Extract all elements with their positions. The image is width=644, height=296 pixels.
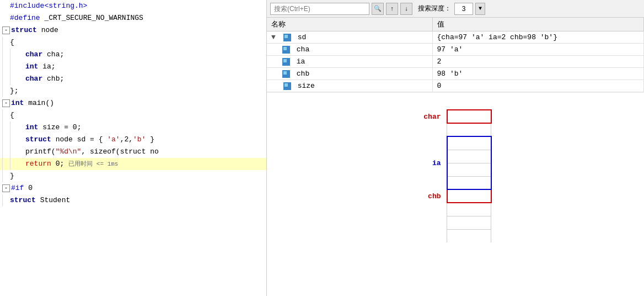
code-text: { — [10, 36, 14, 49]
table-row[interactable]: chb 98 'b' — [267, 68, 644, 80]
code-line: struct node sd = { 'a',2,'b' } — [0, 134, 266, 146]
mem-cell-cha — [447, 110, 491, 123]
fold-button[interactable]: - — [2, 99, 10, 107]
search-up-btn[interactable]: ↑ — [386, 3, 398, 15]
var-icon — [282, 46, 290, 54]
search-input[interactable] — [270, 3, 369, 15]
var-value-cell: 98 'b' — [432, 68, 644, 80]
mem-label-char: char — [420, 110, 447, 123]
code-line: printf("%d\n", sizeof(struct no — [0, 146, 266, 158]
fold-button[interactable]: - — [2, 27, 10, 34]
code-line: #define _CRT_SECURE_NO_WARNINGS — [0, 12, 266, 24]
search-bar: 🔍 ↑ ↓ 搜索深度： ▼ — [267, 0, 644, 18]
code-text: } — [10, 170, 14, 182]
mem-cell-ia2 — [447, 150, 491, 163]
search-down-btn[interactable]: ↓ — [400, 3, 412, 15]
code-line: - int main() — [0, 97, 266, 109]
code-line: int ia; — [0, 61, 266, 73]
code-text: #define _CRT_SECURE_NO_WARNINGS — [10, 12, 143, 24]
mem-row-char-label: char — [420, 110, 491, 123]
var-value-cell: 2 — [432, 56, 644, 68]
var-icon — [283, 34, 291, 41]
code-line: - #if 0 — [0, 182, 266, 194]
mem-row-padding1 — [420, 123, 491, 136]
code-text: struct Student — [10, 194, 70, 207]
var-icon — [282, 70, 290, 78]
mem-row-chb-label: chb — [420, 189, 491, 203]
search-icon-btn[interactable]: 🔍 — [372, 3, 384, 15]
code-text: int ia; — [25, 61, 56, 73]
var-name: sd — [298, 33, 307, 41]
code-text: char cha; — [25, 49, 64, 61]
watch-area: 名称 值 ▼ sd {cha=97 'a' ia=2 chb=98 'b'} — [267, 18, 644, 92]
var-value-cell: 0 — [432, 80, 644, 92]
code-text: int main() — [11, 97, 54, 109]
code-text: }; — [10, 85, 19, 97]
code-lines: #include<string.h> #define _CRT_SECURE_N… — [0, 0, 266, 207]
table-row[interactable]: ▼ sd {cha=97 'a' ia=2 chb=98 'b'} — [267, 31, 644, 44]
var-name-cell: ▼ sd — [267, 31, 432, 44]
var-name-cell: size — [267, 80, 432, 92]
code-line: }; — [0, 85, 266, 97]
code-line: { — [0, 109, 266, 121]
mem-cell-pad2a — [447, 203, 491, 216]
var-name: cha — [297, 45, 309, 54]
var-value-cell: 97 'a' — [432, 44, 644, 56]
mem-label-ia: ia — [420, 136, 447, 189]
var-name: ia — [297, 57, 305, 66]
memory-visualization: char ia — [267, 92, 644, 296]
mem-cell-ia3 — [447, 163, 491, 176]
var-icon — [282, 58, 290, 66]
search-depth-input[interactable] — [454, 3, 473, 15]
col-value-header: 值 — [432, 18, 644, 31]
code-line: - struct node — [0, 24, 266, 36]
code-text: printf("%d\n", sizeof(struct no — [25, 146, 159, 158]
table-row[interactable]: size 0 — [267, 80, 644, 92]
mem-cell-chb — [447, 189, 491, 203]
code-text: return 0; — [25, 158, 64, 170]
code-text: struct node — [11, 24, 58, 36]
var-name-cell: cha — [267, 44, 432, 56]
fold-button[interactable]: - — [2, 184, 10, 192]
var-name: size — [298, 82, 315, 90]
mem-row-padding2c — [420, 229, 491, 242]
var-name-cell: ia — [267, 56, 432, 68]
code-line: #include<string.h> — [0, 0, 266, 12]
search-depth-label: 搜索深度： — [418, 4, 451, 13]
expand-arrow[interactable]: ▼ — [271, 33, 278, 41]
mem-row-padding2a — [420, 203, 491, 216]
code-line-highlighted: return 0; 已用时间 <= 1ms — [0, 158, 266, 170]
right-panel: 🔍 ↑ ↓ 搜索深度： ▼ 名称 值 ▼ sd — [267, 0, 644, 296]
mem-cell-pad2c — [447, 229, 491, 242]
code-line: } — [0, 170, 266, 182]
watch-table: 名称 值 ▼ sd {cha=97 'a' ia=2 chb=98 'b'} — [267, 18, 644, 92]
table-row[interactable]: ia 2 — [267, 56, 644, 68]
mem-cell-ia1 — [447, 136, 491, 150]
mem-diagram: char ia — [414, 104, 497, 248]
code-text: #if 0 — [11, 182, 33, 194]
code-editor: #include<string.h> #define _CRT_SECURE_N… — [0, 0, 267, 296]
mem-cell-pad2b — [447, 216, 491, 229]
var-name: chb — [297, 70, 309, 78]
mem-label-chb: chb — [420, 189, 447, 203]
code-line: char cha; — [0, 49, 266, 61]
code-line: char chb; — [0, 73, 266, 85]
mem-cell-pad1 — [447, 123, 491, 136]
memory-table: char ia — [420, 109, 492, 242]
code-text: { — [10, 109, 14, 121]
var-name-cell: chb — [267, 68, 432, 80]
var-value-cell: {cha=97 'a' ia=2 chb=98 'b'} — [432, 31, 644, 44]
code-line: int size = 0; — [0, 121, 266, 134]
code-line: struct Student — [0, 194, 266, 207]
search-depth-down-btn[interactable]: ▼ — [475, 3, 485, 15]
code-text: char chb; — [25, 73, 64, 85]
mem-row-ia-label: ia — [420, 136, 491, 150]
col-name-header: 名称 — [267, 18, 432, 31]
code-text: int size = 0; — [25, 121, 81, 134]
var-icon — [283, 82, 291, 90]
mem-row-padding2b — [420, 216, 491, 229]
table-row[interactable]: cha 97 'a' — [267, 44, 644, 56]
code-line: { — [0, 36, 266, 49]
code-text: #include<string.h> — [10, 0, 87, 12]
mem-cell-ia4 — [447, 176, 491, 189]
